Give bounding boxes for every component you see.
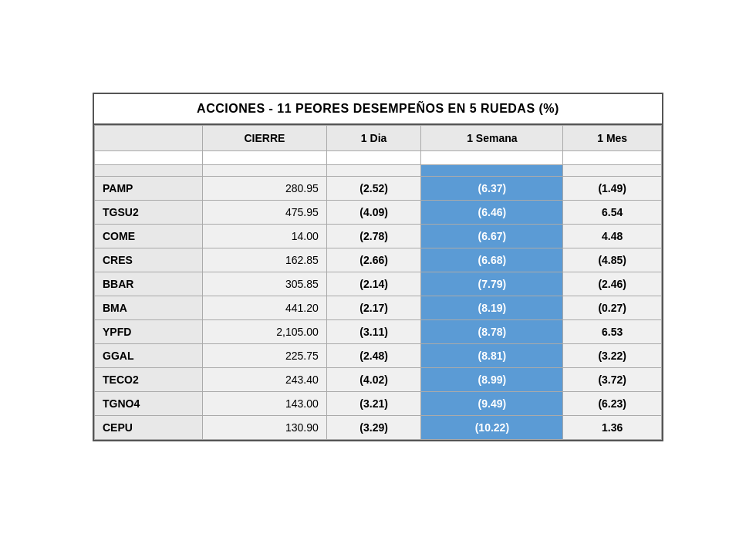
cell-dia: (2.52) xyxy=(326,177,421,201)
table-title: ACCIONES - 11 PEORES DESEMPEÑOS EN 5 RUE… xyxy=(94,94,662,125)
cell-mes: 4.48 xyxy=(563,225,662,248)
header-row: CIERRE 1 Dia 1 Semana 1 Mes xyxy=(95,126,662,151)
cell-name: CEPU xyxy=(95,416,203,440)
table-row: BMA441.20(2.17)(8.19)(0.27) xyxy=(95,296,662,320)
cell-dia: (2.14) xyxy=(326,272,421,296)
empty-header-row xyxy=(95,151,662,165)
cell-semana: (8.81) xyxy=(421,344,563,368)
cell-cierre: 143.00 xyxy=(203,392,327,416)
main-table-wrapper: ACCIONES - 11 PEORES DESEMPEÑOS EN 5 RUE… xyxy=(93,93,663,441)
cell-cierre: 225.75 xyxy=(203,344,327,368)
data-table: CIERRE 1 Dia 1 Semana 1 Mes PAMP280.95(2… xyxy=(94,125,662,440)
cell-dia: (2.48) xyxy=(326,344,421,368)
cell-cierre: 305.85 xyxy=(203,272,327,296)
cell-name: YPFD xyxy=(95,320,203,344)
cell-cierre: 2,105.00 xyxy=(203,320,327,344)
cell-name: TGNO4 xyxy=(95,392,203,416)
cell-dia: (4.09) xyxy=(326,201,421,225)
cell-semana: (8.19) xyxy=(421,296,563,320)
cell-name: BMA xyxy=(95,296,203,320)
col-header-mes: 1 Mes xyxy=(563,126,662,151)
table-row: YPFD2,105.00(3.11)(8.78)6.53 xyxy=(95,320,662,344)
cell-mes: 6.53 xyxy=(563,320,662,344)
cell-mes: 1.36 xyxy=(563,416,662,440)
cell-mes: (4.85) xyxy=(563,248,662,272)
cell-semana: (8.99) xyxy=(421,368,563,392)
cell-semana: (10.22) xyxy=(421,416,563,440)
cell-semana: (6.37) xyxy=(421,177,563,201)
cell-cierre: 243.40 xyxy=(203,368,327,392)
table-row: TGNO4143.00(3.21)(9.49)(6.23) xyxy=(95,392,662,416)
cell-semana: (9.49) xyxy=(421,392,563,416)
table-row: TECO2243.40(4.02)(8.99)(3.72) xyxy=(95,368,662,392)
cell-semana: (6.68) xyxy=(421,248,563,272)
cell-cierre: 130.90 xyxy=(203,416,327,440)
col-header-dia: 1 Dia xyxy=(326,126,421,151)
cell-semana: (8.78) xyxy=(421,320,563,344)
cell-dia: (2.66) xyxy=(326,248,421,272)
table-row: CEPU130.90(3.29)(10.22)1.36 xyxy=(95,416,662,440)
cell-mes: 6.54 xyxy=(563,201,662,225)
cell-dia: (2.17) xyxy=(326,296,421,320)
cell-mes: (6.23) xyxy=(563,392,662,416)
cell-dia: (4.02) xyxy=(326,368,421,392)
table-row: TGSU2475.95(4.09)(6.46)6.54 xyxy=(95,201,662,225)
cell-name: CRES xyxy=(95,248,203,272)
cell-mes: (3.72) xyxy=(563,368,662,392)
cell-cierre: 475.95 xyxy=(203,201,327,225)
cell-mes: (3.22) xyxy=(563,344,662,368)
table-row: GGAL225.75(2.48)(8.81)(3.22) xyxy=(95,344,662,368)
cell-dia: (3.29) xyxy=(326,416,421,440)
cell-name: BBAR xyxy=(95,272,203,296)
cell-mes: (2.46) xyxy=(563,272,662,296)
cell-cierre: 280.95 xyxy=(203,177,327,201)
col-header-cierre: CIERRE xyxy=(203,126,327,151)
cell-mes: (1.49) xyxy=(563,177,662,201)
cell-semana: (6.46) xyxy=(421,201,563,225)
cell-cierre: 14.00 xyxy=(203,225,327,248)
cell-cierre: 441.20 xyxy=(203,296,327,320)
cell-name: TECO2 xyxy=(95,368,203,392)
cell-dia: (3.11) xyxy=(326,320,421,344)
cell-name: GGAL xyxy=(95,344,203,368)
cell-name: PAMP xyxy=(95,177,203,201)
cell-name: COME xyxy=(95,225,203,248)
cell-name: TGSU2 xyxy=(95,201,203,225)
table-row: PAMP280.95(2.52)(6.37)(1.49) xyxy=(95,177,662,201)
cell-dia: (2.78) xyxy=(326,225,421,248)
col-header-semana: 1 Semana xyxy=(421,126,563,151)
cell-dia: (3.21) xyxy=(326,392,421,416)
cell-semana: (7.79) xyxy=(421,272,563,296)
cell-semana: (6.67) xyxy=(421,225,563,248)
cell-mes: (0.27) xyxy=(563,296,662,320)
table-row: BBAR305.85(2.14)(7.79)(2.46) xyxy=(95,272,662,296)
col-header-name xyxy=(95,126,203,151)
separator-row xyxy=(95,165,662,177)
table-row: CRES162.85(2.66)(6.68)(4.85) xyxy=(95,248,662,272)
table-row: COME14.00(2.78)(6.67)4.48 xyxy=(95,225,662,248)
cell-cierre: 162.85 xyxy=(203,248,327,272)
